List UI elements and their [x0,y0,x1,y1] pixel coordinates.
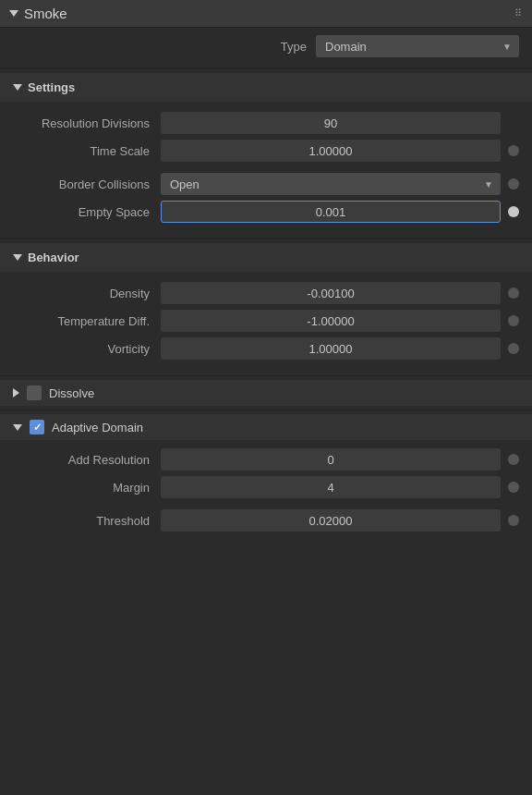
time-scale-dot[interactable] [508,145,519,156]
margin-row: Margin [0,473,532,501]
border-collisions-select[interactable]: Open Closed [161,173,501,195]
density-dot[interactable] [508,287,519,299]
behavior-section: Behavior Density Temperature Diff. Vorti… [0,243,532,372]
type-select-wrap[interactable]: Domain Flow Obstacle Inflow Outflow ▼ [316,35,519,57]
adaptive-domain-check-icon: ✓ [33,422,42,434]
threshold-dot[interactable] [508,515,519,526]
settings-title: Settings [28,80,75,94]
dissolve-label: Dissolve [49,386,94,400]
type-row: Type Domain Flow Obstacle Inflow Outflow… [0,28,532,65]
time-scale-input[interactable] [161,140,501,162]
temperature-diff-row: Temperature Diff. [0,307,532,335]
spacer-5 [0,362,532,368]
temperature-diff-dot[interactable] [508,315,519,326]
add-resolution-label: Add Resolution [13,453,161,467]
margin-label: Margin [13,481,161,495]
border-collisions-select-wrap[interactable]: Open Closed ▼ [161,173,501,195]
temperature-diff-label: Temperature Diff. [13,314,161,328]
divider-2 [0,238,532,239]
vorticity-row: Vorticity [0,335,532,362]
empty-space-row: Empty Space [0,198,532,226]
empty-space-dot[interactable] [508,206,519,217]
time-scale-row: Time Scale [0,137,532,165]
settings-section: Settings Resolution Divisions Time Scale… [0,73,532,235]
vorticity-input[interactable] [161,337,501,360]
divider-1 [0,68,532,69]
panel-header: Smoke ⠿ [0,0,532,28]
border-collisions-dot[interactable] [508,178,519,190]
empty-space-label: Empty Space [13,205,161,219]
resolution-dot [508,117,519,128]
dissolve-row[interactable]: Dissolve [0,380,532,406]
empty-space-input[interactable] [161,201,501,223]
panel-header-left: Smoke [9,6,67,21]
add-resolution-dot[interactable] [508,454,519,465]
margin-dot[interactable] [508,482,519,493]
dissolve-expand-icon[interactable] [13,388,19,398]
add-resolution-input[interactable] [161,448,501,471]
threshold-label: Threshold [13,514,161,528]
time-scale-label: Time Scale [13,144,161,158]
resolution-divisions-input[interactable] [161,112,501,134]
divider-3 [0,375,532,376]
threshold-row: Threshold [0,507,532,534]
margin-input[interactable] [161,476,501,498]
vorticity-dot[interactable] [508,343,519,354]
spacer-3 [0,226,532,231]
behavior-header[interactable]: Behavior [0,243,532,272]
dissolve-checkbox[interactable] [27,385,42,400]
behavior-collapse-icon[interactable] [13,254,22,261]
resolution-divisions-row: Resolution Divisions [0,109,532,137]
adaptive-domain-expand-icon[interactable] [13,424,22,431]
density-input[interactable] [161,282,501,304]
panel-collapse-icon[interactable] [9,10,18,17]
adaptive-domain-row[interactable]: ✓ Adaptive Domain [0,414,532,440]
adaptive-domain-checkbox[interactable]: ✓ [30,420,44,434]
panel-title: Smoke [24,6,67,21]
type-select[interactable]: Domain Flow Obstacle Inflow Outflow [316,35,519,57]
density-row: Density [0,279,532,307]
settings-collapse-icon[interactable] [13,84,22,91]
divider-4 [0,410,532,410]
threshold-input[interactable] [161,509,501,532]
add-resolution-row: Add Resolution [0,446,532,473]
settings-header[interactable]: Settings [0,73,532,102]
adaptive-domain-label: Adaptive Domain [52,421,143,434]
panel-options-icon[interactable]: ⠿ [514,7,523,19]
vorticity-label: Vorticity [13,342,161,356]
border-collisions-label: Border Collisions [13,177,161,191]
resolution-divisions-label: Resolution Divisions [13,116,161,130]
temperature-diff-input[interactable] [161,310,501,332]
behavior-title: Behavior [28,251,79,264]
border-collisions-row: Border Collisions Open Closed ▼ [0,170,532,198]
type-label: Type [281,40,307,54]
density-label: Density [13,287,161,300]
